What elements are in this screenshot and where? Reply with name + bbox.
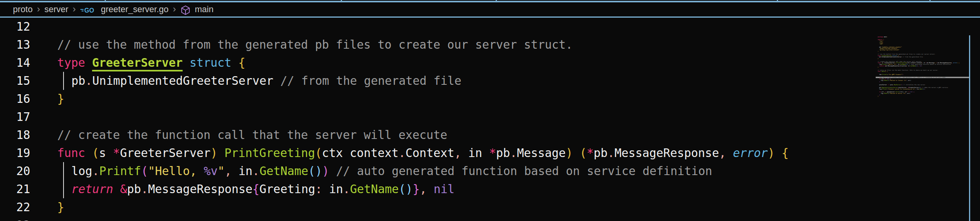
code-token: { bbox=[238, 56, 245, 69]
code-line[interactable]: 22} bbox=[0, 198, 980, 216]
code-line-content: } bbox=[57, 92, 64, 106]
code-token: * bbox=[113, 146, 120, 160]
code-token: in bbox=[461, 146, 489, 160]
code-token bbox=[218, 146, 225, 160]
code-token: MessageResponse bbox=[615, 146, 719, 160]
code-token bbox=[273, 74, 280, 88]
code-token: "tcp" bbox=[897, 77, 901, 78]
minimap-border bbox=[969, 35, 970, 221]
code-token: "Greeter server is listening at %v" bbox=[888, 88, 915, 90]
code-token: { bbox=[913, 91, 914, 93]
line-number[interactable]: 12 bbox=[0, 18, 30, 36]
code-token: { bbox=[959, 62, 960, 64]
code-token: nil bbox=[920, 65, 922, 67]
code-token: in bbox=[322, 183, 343, 196]
breadcrumb-item-symbol[interactable]: main bbox=[195, 4, 214, 15]
line-number[interactable]: 21 bbox=[0, 180, 30, 198]
namespace-icon bbox=[180, 5, 191, 15]
code-line[interactable]: 14type GreeterServer struct { bbox=[0, 54, 980, 72]
code-line[interactable]: 21return &pb.MessageResponse{Greeting: i… bbox=[0, 180, 980, 198]
code-token: grpcServer bbox=[878, 84, 888, 86]
code-token: ) bbox=[315, 164, 322, 178]
editor-pane[interactable]: 1213// use the method from the generated… bbox=[0, 18, 980, 221]
line-number[interactable]: 23 bbox=[0, 216, 30, 221]
code-token: () { bbox=[885, 71, 888, 73]
code-line[interactable]: 16} bbox=[0, 90, 980, 108]
code-token: : bbox=[315, 183, 322, 196]
breadcrumb-item-proto[interactable]: proto bbox=[13, 4, 33, 15]
code-line[interactable]: 19func (s *GreeterServer) PrintGreeting(… bbox=[0, 144, 980, 162]
code-token: pb bbox=[71, 74, 85, 88]
code-token: ) bbox=[406, 183, 413, 196]
code-token: // from the generated file bbox=[903, 57, 923, 58]
chevron-right-icon: › bbox=[37, 4, 40, 14]
code-token: "golang.org/x/net/context" bbox=[879, 49, 900, 51]
line-number[interactable]: 18 bbox=[0, 126, 30, 144]
code-token bbox=[726, 146, 733, 160]
code-token bbox=[183, 56, 190, 69]
code-token: ctx context bbox=[322, 146, 398, 160]
breadcrumb-item-file[interactable]: greeter_server.go bbox=[101, 4, 168, 15]
code-token: Fatalf bbox=[884, 80, 889, 81]
code-line-content: pb.UnimplementedGreeterServer // from th… bbox=[57, 74, 462, 88]
code-token: ( bbox=[141, 164, 148, 178]
code-token: Greeting bbox=[900, 65, 907, 67]
code-line[interactable]: 12 bbox=[0, 18, 980, 36]
line-number[interactable]: 17 bbox=[0, 108, 30, 126]
code-token: * bbox=[587, 146, 594, 160]
code-token: error bbox=[953, 62, 957, 64]
code-token: GreeterServer bbox=[92, 56, 183, 69]
code-token: // initialize the new server bbox=[904, 84, 925, 86]
code-token: UnimplementedGreeterServer bbox=[882, 57, 903, 58]
code-token: } bbox=[413, 183, 420, 196]
code-token: Printf bbox=[882, 88, 887, 90]
code-line[interactable]: 15pb.UnimplementedGreeterServer // from … bbox=[0, 72, 980, 90]
code-token bbox=[231, 56, 238, 69]
line-number[interactable]: 22 bbox=[0, 198, 30, 216]
code-token: "net" bbox=[879, 43, 883, 45]
code-token: func bbox=[57, 146, 85, 160]
code-token: // create the function call that the ser… bbox=[57, 128, 447, 142]
code-token: return bbox=[878, 65, 884, 67]
line-number[interactable]: 13 bbox=[0, 36, 30, 54]
code-token: nil bbox=[434, 183, 455, 196]
line-number[interactable]: 20 bbox=[0, 162, 30, 180]
code-token: } bbox=[878, 96, 878, 97]
code-token: // make the server a gRPC service. bbox=[922, 87, 948, 88]
code-token: pb bbox=[496, 146, 510, 160]
code-line[interactable]: 23 bbox=[0, 216, 980, 221]
indent-guide bbox=[57, 162, 71, 180]
line-number[interactable]: 19 bbox=[0, 144, 30, 162]
code-token: , bbox=[420, 183, 427, 196]
code-token: ) bbox=[566, 146, 573, 160]
line-number[interactable]: 15 bbox=[0, 72, 30, 90]
editor-lines: 1213// use the method from the generated… bbox=[0, 18, 980, 221]
code-token: Addr bbox=[920, 88, 923, 90]
code-token: MessageResponse bbox=[148, 183, 252, 196]
line-number[interactable]: 16 bbox=[0, 90, 30, 108]
code-line-content: log.Printf("Hello, %v", in.GetName()) //… bbox=[57, 164, 712, 178]
code-line[interactable]: 17 bbox=[0, 108, 980, 126]
code-line[interactable]: 20log.Printf("Hello, %v", in.GetName()) … bbox=[0, 162, 980, 180]
minimap-line: } bbox=[876, 96, 969, 97]
breadcrumb-item-server[interactable]: server bbox=[44, 4, 68, 15]
code-line[interactable]: 13// use the method from the generated p… bbox=[0, 36, 980, 54]
code-token: . bbox=[141, 183, 148, 196]
minimap-content: package mainimport ( "fmt" "log" "net" p… bbox=[876, 36, 969, 97]
code-token: main bbox=[883, 36, 887, 38]
code-token bbox=[427, 183, 434, 196]
code-token: GetName bbox=[260, 164, 308, 178]
code-token: . bbox=[398, 146, 405, 160]
line-number[interactable]: 14 bbox=[0, 54, 30, 72]
code-token: ( bbox=[399, 183, 406, 196]
code-token: log bbox=[878, 88, 882, 90]
code-token: ( bbox=[92, 146, 99, 160]
code-token: // auto generated function based on serv… bbox=[336, 164, 712, 178]
minimap[interactable]: package mainimport ( "fmt" "log" "net" p… bbox=[876, 36, 969, 103]
vscode-editor: proto › server › GO greeter_server.go › … bbox=[0, 0, 980, 221]
code-token: error bbox=[733, 146, 768, 160]
code-line[interactable]: 18// create the function call that the s… bbox=[0, 126, 980, 144]
code-token: , err bbox=[906, 80, 910, 81]
code-line-content: return &pb.MessageResponse{Greeting: in.… bbox=[57, 183, 455, 196]
code-token: } bbox=[878, 67, 878, 68]
